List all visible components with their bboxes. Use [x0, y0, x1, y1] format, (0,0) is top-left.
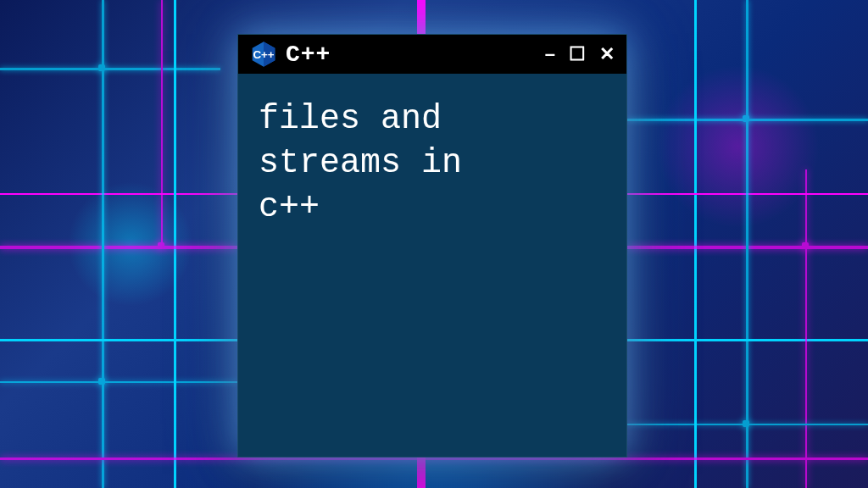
cpp-icon: C++ — [250, 41, 277, 68]
titlebar[interactable]: C++ C++ – ☐ ✕ — [238, 35, 626, 74]
minimize-button[interactable]: – — [545, 45, 555, 64]
terminal-content: files and streams in c++ — [238, 74, 626, 253]
window-title: C++ — [286, 42, 537, 68]
maximize-button[interactable]: ☐ — [569, 45, 586, 64]
terminal-window: C++ C++ – ☐ ✕ files and streams in c++ — [237, 34, 627, 458]
window-controls: – ☐ ✕ — [545, 45, 615, 64]
svg-text:C++: C++ — [253, 48, 274, 61]
close-button[interactable]: ✕ — [599, 45, 615, 64]
